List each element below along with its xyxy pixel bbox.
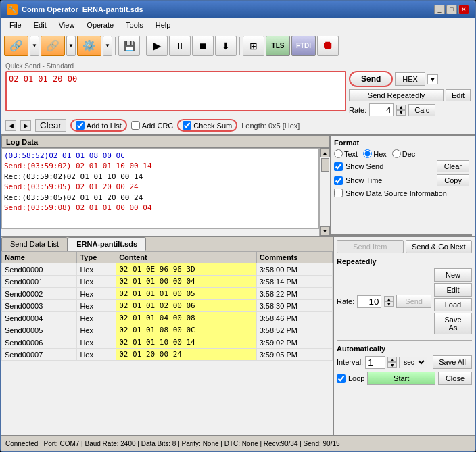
send-repeatedly-button[interactable]: Send Repeatedly: [349, 89, 444, 101]
hex-radio[interactable]: [363, 149, 372, 158]
rate-down-btn[interactable]: ▼: [396, 110, 406, 116]
rp-interval-up-btn[interactable]: ▲: [387, 357, 397, 362]
qs-edit-button[interactable]: Edit: [446, 89, 471, 101]
rate-input[interactable]: [369, 103, 394, 116]
rp-interval-input[interactable]: [365, 356, 385, 369]
rp-sec-select[interactable]: sec: [399, 357, 427, 368]
toolbar-connect-btn[interactable]: 🔗: [4, 36, 28, 56]
hex-radio-label[interactable]: Hex: [363, 149, 387, 158]
toolbar-save-btn[interactable]: 💾: [118, 36, 140, 56]
tab-erna[interactable]: ERNA-pantilt.sds: [68, 237, 146, 251]
text-radio[interactable]: [334, 149, 343, 158]
menu-operate[interactable]: Operate: [81, 20, 119, 30]
send-item-button[interactable]: Send Item: [337, 240, 404, 253]
toolbar-grid-btn[interactable]: ⊞: [243, 36, 264, 56]
send-go-next-button[interactable]: Send & Go Next: [406, 240, 473, 253]
data-table[interactable]: Name Type Content Comments Send00000 Hex…: [1, 251, 333, 435]
table-row[interactable]: Send00003 Hex 02 01 01 02 00 06 3:58:30 …: [2, 300, 333, 312]
cell-content: 02 01 01 10 00 14: [116, 336, 256, 349]
show-data-source-checkbox[interactable]: [334, 189, 343, 197]
show-time-checkbox[interactable]: [334, 176, 343, 185]
add-to-list-label[interactable]: Add to List: [70, 119, 127, 132]
rp-edit-button[interactable]: Edit: [434, 283, 472, 297]
dec-radio-label[interactable]: Dec: [392, 149, 416, 158]
col-type: Type: [77, 252, 116, 263]
scroll-down-btn[interactable]: ▼: [320, 226, 330, 236]
tab-send-data-list[interactable]: Send Data List: [1, 237, 68, 251]
rp-close-button[interactable]: Close: [438, 372, 472, 385]
toolbar-dropdown2-btn[interactable]: ▼: [66, 36, 76, 56]
scroll-track: [320, 157, 330, 226]
rp-rate-up-btn[interactable]: ▲: [384, 296, 394, 301]
toolbar-dropdown3-btn[interactable]: ▼: [103, 36, 112, 56]
add-crc-label[interactable]: Add CRC: [131, 121, 173, 130]
title-buttons: _ □ ✕: [434, 5, 469, 14]
cell-name: Send00005: [2, 324, 77, 336]
cell-content: 02 01 20 00 24: [116, 349, 256, 361]
menu-help[interactable]: Help: [150, 20, 176, 30]
rp-new-button[interactable]: New: [434, 268, 472, 282]
quick-send-button[interactable]: Send: [349, 71, 393, 87]
toolbar-play-btn[interactable]: ▶: [146, 36, 168, 56]
check-sum-label[interactable]: Check Sum: [177, 119, 237, 132]
format-clear-button[interactable]: Clear: [437, 160, 469, 172]
toolbar-tls-btn[interactable]: TLS: [266, 36, 290, 56]
log-scrollbar[interactable]: ▲ ▼: [319, 148, 330, 236]
loop-checkbox[interactable]: [337, 374, 346, 383]
dec-radio[interactable]: [392, 149, 401, 158]
nav-prev-btn[interactable]: ◀: [5, 120, 16, 131]
calc-button[interactable]: Calc: [408, 104, 435, 116]
table-row[interactable]: Send00000 Hex 02 01 0E 96 96 3D 3:58:00 …: [2, 263, 333, 276]
cell-comment: 3:58:52 PM: [256, 324, 332, 336]
toolbar-ftdi-btn[interactable]: FTDI: [291, 36, 316, 56]
menu-tools[interactable]: Tools: [120, 20, 149, 30]
toolbar-manage-btn[interactable]: ⚙️: [77, 36, 101, 56]
show-send-checkbox[interactable]: [334, 162, 343, 171]
maximize-button[interactable]: □: [446, 5, 457, 14]
toolbar-stop-btn[interactable]: ⏹: [192, 36, 214, 56]
rp-save-all-button[interactable]: Save All: [433, 355, 472, 369]
close-button[interactable]: ✕: [458, 5, 469, 14]
toolbar-record-btn[interactable]: ⏺: [317, 36, 339, 56]
rp-rate-down-btn[interactable]: ▼: [384, 301, 394, 307]
table-row[interactable]: Send00004 Hex 02 01 01 04 00 08 3:58:46 …: [2, 312, 333, 324]
add-to-list-checkbox[interactable]: [76, 121, 85, 130]
log-line: Send:(03:59:05) 02 01 20 00 24: [4, 182, 316, 192]
rp-start-button[interactable]: Start: [367, 372, 435, 385]
scroll-thumb[interactable]: [321, 158, 329, 172]
toolbar-step-btn[interactable]: ⬇: [215, 36, 237, 56]
menu-file[interactable]: File: [4, 20, 27, 30]
toolbar-dropdown-btn[interactable]: ▼: [30, 36, 39, 56]
toolbar-pause-btn[interactable]: ⏸: [169, 36, 191, 56]
menu-edit[interactable]: Edit: [28, 20, 52, 30]
nav-next-btn[interactable]: ▶: [20, 120, 31, 131]
quick-send-input[interactable]: 02 01 01 20 00: [9, 74, 343, 84]
toolbar-sep2: [143, 37, 143, 55]
hex-dropdown[interactable]: ▼: [427, 74, 438, 84]
text-radio-label[interactable]: Text: [334, 149, 358, 158]
minimize-button[interactable]: _: [434, 5, 445, 14]
menu-view[interactable]: View: [53, 20, 80, 30]
table-row[interactable]: Send00001 Hex 02 01 01 00 00 04 3:58:14 …: [2, 276, 333, 288]
rp-load-button[interactable]: Load: [434, 298, 472, 311]
scroll-up-btn[interactable]: ▲: [320, 148, 330, 157]
add-crc-checkbox[interactable]: [131, 121, 140, 130]
send-table: Name Type Content Comments Send00000 Hex…: [1, 251, 333, 361]
rp-save-as-button[interactable]: Save As: [434, 313, 472, 334]
quick-send-input-wrapper: 02 01 01 20 00: [5, 71, 346, 111]
format-copy-button[interactable]: Copy: [437, 174, 469, 186]
rp-send-button[interactable]: Send: [396, 295, 431, 308]
table-row[interactable]: Send00007 Hex 02 01 20 00 24 3:59:05 PM: [2, 349, 333, 361]
table-row[interactable]: Send00005 Hex 02 01 01 08 00 0C 3:58:52 …: [2, 324, 333, 336]
rp-interval-down-btn[interactable]: ▼: [387, 362, 397, 368]
rate-up-btn[interactable]: ▲: [396, 105, 406, 110]
table-row[interactable]: Send00006 Hex 02 01 01 10 00 14 3:59:02 …: [2, 336, 333, 349]
toolbar-disconnect-btn[interactable]: 🔗: [41, 36, 65, 56]
rp-interval-row: Interval: ▲ ▼ sec Save All: [337, 355, 472, 369]
check-sum-checkbox[interactable]: [183, 121, 191, 130]
table-row[interactable]: Send00002 Hex 02 01 01 01 00 05 3:58:22 …: [2, 288, 333, 300]
rp-rate-input[interactable]: [357, 295, 381, 308]
quick-send-clear-button[interactable]: Clear: [35, 119, 66, 132]
quick-send-hex-button[interactable]: HEX: [395, 72, 425, 86]
log-content[interactable]: (03:58:52)02 01 01 08 00 0C Send:(03:59:…: [1, 148, 319, 229]
